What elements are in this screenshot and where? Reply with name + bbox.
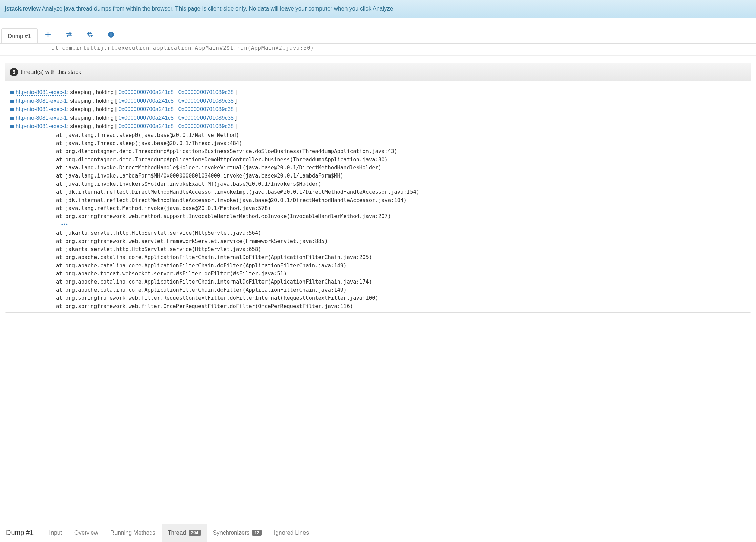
thread-marker-icon bbox=[10, 100, 14, 103]
thread-marker-icon bbox=[10, 125, 14, 128]
stack-group-panel: 5 thread(s) with this stack http-nio-808… bbox=[5, 63, 751, 313]
thread-marker-icon bbox=[10, 108, 14, 111]
compare-icon bbox=[66, 32, 72, 38]
thread-name-link[interactable]: http-nio-8081-exec-1 bbox=[16, 98, 67, 104]
thread-name-link[interactable]: http-nio-8081-exec-1 bbox=[16, 114, 67, 121]
stack-trace-bottom: at jakarta.servlet.http.HttpServlet.serv… bbox=[10, 228, 746, 310]
panel-body: http-nio-8081-exec-1: sleeping , holding… bbox=[5, 81, 751, 312]
thread-state: : sleeping , holding [ bbox=[67, 114, 118, 121]
tab-dump-label: Dump #1 bbox=[8, 33, 31, 39]
lock-link[interactable]: 0x0000000701089c38 bbox=[178, 123, 234, 129]
thread-marker-icon bbox=[10, 91, 14, 94]
thread-entry: http-nio-8081-exec-1: sleeping , holding… bbox=[10, 97, 746, 105]
info-banner: jstack.review Analyze java thread dumps … bbox=[0, 0, 756, 18]
stack-ellipsis[interactable]: ••• bbox=[10, 221, 746, 228]
add-dump-button[interactable] bbox=[38, 27, 59, 43]
lock-link[interactable]: 0x0000000701089c38 bbox=[178, 106, 234, 112]
panel-header[interactable]: 5 thread(s) with this stack bbox=[5, 63, 751, 81]
thread-name-link[interactable]: http-nio-8081-exec-1 bbox=[16, 89, 67, 96]
thread-state: : sleeping , holding [ bbox=[67, 98, 118, 104]
plus-icon bbox=[45, 32, 51, 38]
lock-link[interactable]: 0x0000000700a241c8 bbox=[119, 98, 174, 104]
lock-link[interactable]: 0x0000000700a241c8 bbox=[119, 106, 174, 112]
top-tabs: Dump #1 bbox=[0, 27, 756, 44]
lock-link[interactable]: 0x0000000701089c38 bbox=[178, 89, 234, 95]
settings-button[interactable] bbox=[80, 27, 101, 43]
thread-count-badge: 5 bbox=[10, 68, 18, 76]
banner-text: Analyze java thread dumps from within th… bbox=[42, 5, 395, 12]
info-button[interactable] bbox=[101, 27, 122, 43]
thread-name-link[interactable]: http-nio-8081-exec-1 bbox=[16, 106, 67, 112]
lock-link[interactable]: 0x0000000700a241c8 bbox=[119, 114, 174, 121]
thread-state: : sleeping , holding [ bbox=[67, 123, 118, 129]
lock-link[interactable]: 0x0000000701089c38 bbox=[178, 114, 234, 121]
partial-stack-line: at com.intellij.rt.execution.application… bbox=[0, 44, 756, 56]
thread-entry: http-nio-8081-exec-1: sleeping , holding… bbox=[10, 88, 746, 97]
stack-trace-top: at java.lang.Thread.sleep0(java.base@20.… bbox=[10, 130, 746, 221]
info-icon bbox=[108, 32, 114, 38]
thread-state: : sleeping , holding [ bbox=[67, 89, 118, 95]
lock-link[interactable]: 0x0000000701089c38 bbox=[178, 98, 234, 104]
thread-entry: http-nio-8081-exec-1: sleeping , holding… bbox=[10, 105, 746, 113]
thread-marker-icon bbox=[10, 117, 14, 120]
thread-entry: http-nio-8081-exec-1: sleeping , holding… bbox=[10, 122, 746, 130]
lock-link[interactable]: 0x0000000700a241c8 bbox=[119, 123, 174, 129]
thread-name-link[interactable]: http-nio-8081-exec-1 bbox=[16, 123, 67, 129]
thread-entry: http-nio-8081-exec-1: sleeping , holding… bbox=[10, 113, 746, 122]
brand-name: jstack.review bbox=[5, 5, 41, 12]
panel-title: thread(s) with this stack bbox=[21, 69, 81, 76]
tab-dump-1[interactable]: Dump #1 bbox=[1, 28, 38, 43]
thread-state: : sleeping , holding [ bbox=[67, 106, 118, 112]
lock-link[interactable]: 0x0000000700a241c8 bbox=[119, 89, 174, 95]
compare-button[interactable] bbox=[59, 27, 80, 43]
gear-icon bbox=[87, 32, 93, 38]
